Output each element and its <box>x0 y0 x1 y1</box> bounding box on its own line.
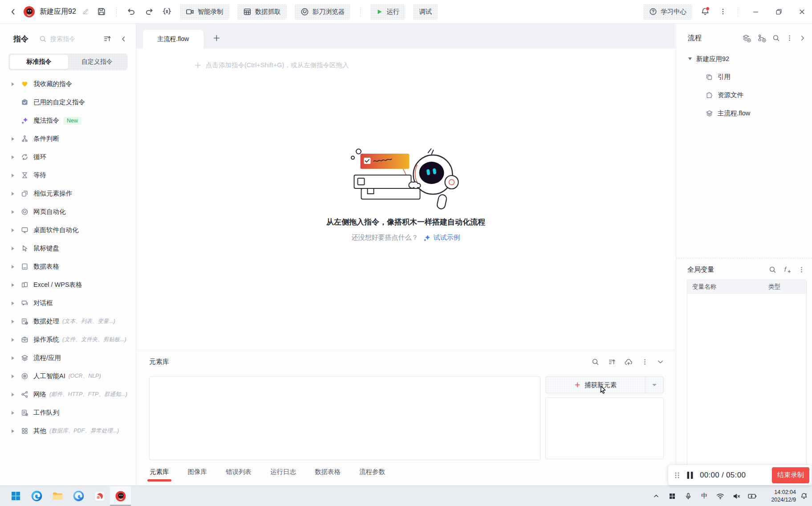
add-instruction-hint[interactable]: 点击添加指令(Ctrl+Shift+G)，或从左侧指令区拖入 <box>195 61 349 69</box>
debug-button[interactable]: 调试 <box>413 4 438 20</box>
smart-record-button[interactable]: 智能录制 <box>180 4 229 20</box>
stop-recording-button[interactable]: 结束录制 <box>772 467 809 483</box>
sidebar-item[interactable]: 流程/应用 <box>0 349 136 367</box>
windows-security-icon[interactable] <box>664 486 680 506</box>
cloud-upload-icon[interactable] <box>625 358 633 366</box>
expand-arrow-icon[interactable] <box>12 229 18 232</box>
expand-arrow-icon[interactable] <box>12 192 18 196</box>
flow-tab-main[interactable]: 主流程.flow <box>143 30 203 49</box>
search-icon[interactable] <box>769 266 776 273</box>
flow-tree-item[interactable]: 引用 <box>676 68 812 86</box>
collapse-sidebar-button[interactable] <box>117 33 130 45</box>
code-snippet-button[interactable] <box>159 4 175 19</box>
yingdao-app-icon[interactable] <box>110 486 131 506</box>
bottom-panel-tab[interactable]: 运行日志 <box>270 464 296 482</box>
sort-icon[interactable] <box>608 358 616 366</box>
sort-button[interactable] <box>101 33 114 45</box>
search-input[interactable] <box>50 35 97 42</box>
bottom-panel-tab[interactable]: 流程参数 <box>359 464 385 482</box>
pause-button[interactable] <box>686 471 694 479</box>
expand-arrow-icon[interactable] <box>12 338 18 342</box>
new-flow-icon[interactable] <box>742 34 751 43</box>
drag-handle[interactable] <box>674 472 680 479</box>
expand-arrow-icon[interactable] <box>12 283 18 287</box>
kebab-icon[interactable] <box>786 35 793 41</box>
expand-arrow-icon[interactable] <box>12 393 18 396</box>
data-capture-button[interactable]: 数据抓取 <box>237 4 287 20</box>
sidebar-item[interactable]: 人工智能AI (OCR、NLP) <box>0 367 136 385</box>
sidebar-item[interactable]: Excel / WPS表格 <box>0 276 136 294</box>
sidebar-item[interactable]: 其他 (数据库、PDF、异常处理...) <box>0 422 136 440</box>
flow-canvas[interactable]: 点击添加指令(Ctrl+Shift+G)，或从左侧指令区拖入 <box>136 49 675 350</box>
add-variable-icon[interactable]: f <box>783 265 792 274</box>
learning-center-button[interactable]: 学习中心 <box>643 4 692 20</box>
expand-arrow-icon[interactable] <box>12 265 18 269</box>
back-button[interactable] <box>5 4 20 19</box>
new-resource-icon[interactable] <box>757 34 766 43</box>
sidebar-item[interactable]: 工作队列 <box>0 404 136 422</box>
expand-arrow-icon[interactable] <box>12 411 18 415</box>
undo-button[interactable] <box>124 4 139 19</box>
expand-arrow-icon[interactable] <box>12 210 18 214</box>
expand-arrow-icon[interactable] <box>12 82 18 86</box>
sidebar-item[interactable]: 数据处理 (文本、列表、变量...) <box>0 312 136 331</box>
expand-arrow-icon[interactable] <box>12 375 18 378</box>
expand-arrow-icon[interactable] <box>12 137 18 141</box>
file-explorer-icon[interactable] <box>47 486 68 506</box>
sidebar-item[interactable]: 已用的自定义指令 <box>0 93 136 111</box>
ime-indicator[interactable]: 中 <box>696 486 712 506</box>
expand-arrow-icon[interactable] <box>12 302 18 305</box>
save-button[interactable] <box>94 4 109 19</box>
search-icon[interactable] <box>772 34 780 42</box>
bottom-panel-tab[interactable]: 错误列表 <box>226 464 252 482</box>
kebab-icon[interactable] <box>798 266 805 273</box>
flow-tree-root[interactable]: 新建应用92 <box>676 50 812 68</box>
bottom-panel-tab[interactable]: 元素库 <box>150 464 169 482</box>
flow-tree-item[interactable]: 主流程.flow <box>676 104 812 122</box>
bottom-panel-tab[interactable]: 数据表格 <box>315 464 341 482</box>
edge-icon[interactable] <box>26 486 47 506</box>
redo-button[interactable] <box>142 4 157 19</box>
sidebar-tab[interactable]: 自定义指令 <box>68 55 126 69</box>
notifications-button[interactable] <box>698 4 713 19</box>
collapse-panel-icon[interactable] <box>657 359 664 365</box>
bottom-panel-tab[interactable]: 图像库 <box>188 464 207 482</box>
kebab-icon[interactable] <box>641 359 648 365</box>
run-button[interactable]: 运行 <box>370 4 405 20</box>
flow-tree-item[interactable]: 资源文件 <box>676 86 812 104</box>
capture-new-element-button[interactable]: 捕获新元素 <box>545 376 664 393</box>
sidebar-item[interactable]: 魔法指令 New <box>0 111 136 130</box>
tray-expand-icon[interactable] <box>648 486 664 506</box>
sidebar-item[interactable]: 网络 (邮件、HTTP、FTP、群通知...) <box>0 385 136 404</box>
volume-muted-icon[interactable] <box>728 486 744 506</box>
sidebar-item[interactable]: 循环 <box>0 148 136 166</box>
search-icon[interactable] <box>592 358 599 366</box>
browser-app-icon[interactable] <box>68 486 89 506</box>
taskbar-clock[interactable]: 14:02:04 2024/12/9 <box>760 489 796 504</box>
sidebar-item[interactable]: 数据表格 <box>0 257 136 276</box>
sidebar-item[interactable]: 条件判断 <box>0 130 136 148</box>
rename-button[interactable] <box>80 4 91 19</box>
restore-button[interactable] <box>768 0 789 23</box>
yingdao-browser-button[interactable]: 影刀浏览器 <box>295 4 351 20</box>
expand-arrow-icon[interactable] <box>12 429 18 433</box>
notification-center-icon[interactable]: z <box>796 486 812 506</box>
expand-arrow-icon[interactable] <box>12 356 18 360</box>
wifi-icon[interactable] <box>712 486 728 506</box>
collapse-panel-icon[interactable] <box>799 35 806 41</box>
element-list-area[interactable] <box>149 376 540 460</box>
sidebar-item[interactable]: 对话框 <box>0 294 136 312</box>
sidebar-item[interactable]: 操作系统 (文件、文件夹、剪贴板...) <box>0 331 136 349</box>
element-preview-area[interactable] <box>545 397 664 459</box>
sidebar-item[interactable]: 网页自动化 <box>0 203 136 221</box>
try-example-link[interactable]: 试试示例 <box>424 233 460 242</box>
more-menu-button[interactable] <box>715 4 731 19</box>
start-button[interactable] <box>5 486 26 506</box>
sidebar-item[interactable]: 等待 <box>0 166 136 184</box>
store-app-icon[interactable] <box>89 486 110 506</box>
expand-arrow-icon[interactable] <box>12 174 18 177</box>
sidebar-item[interactable]: 我收藏的指令 <box>0 75 136 93</box>
new-tab-button[interactable] <box>210 31 223 45</box>
minimize-button[interactable] <box>745 0 766 23</box>
microphone-icon[interactable] <box>680 486 696 506</box>
